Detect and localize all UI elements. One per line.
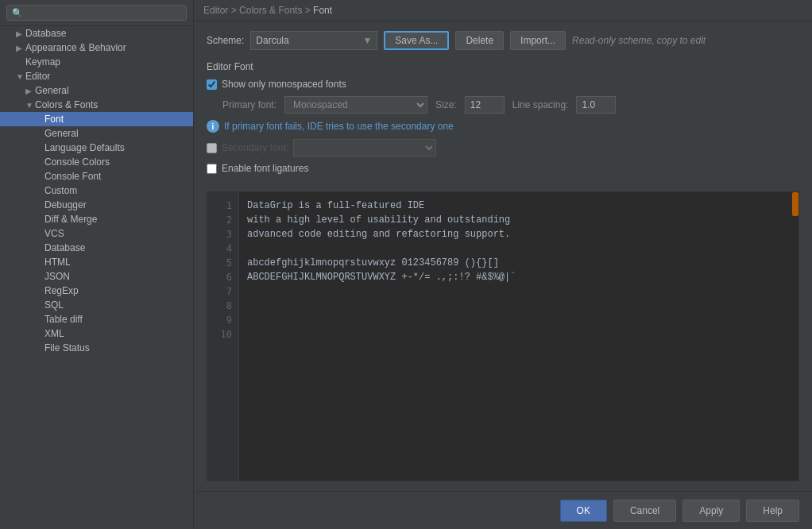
- main-container: 🔍 ▶Database▶Appearance & BehaviorKeymap▼…: [0, 0, 812, 529]
- sidebar-item-font[interactable]: Font: [0, 112, 193, 126]
- sidebar-item-regexp[interactable]: RegExp: [0, 284, 193, 298]
- ok-button[interactable]: OK: [560, 500, 607, 522]
- scheme-value: Darcula: [256, 35, 288, 46]
- breadcrumb-text: Editor > Colors & Fonts > Font: [203, 5, 332, 16]
- resize-handle[interactable]: · · · · ·: [207, 180, 799, 185]
- code-line: with a high level of usability and outst…: [247, 213, 791, 227]
- sidebar-item-language-defaults[interactable]: Language Defaults: [0, 141, 193, 155]
- help-button[interactable]: Help: [746, 500, 799, 522]
- preview-gutter: 12345678910: [207, 192, 239, 481]
- sidebar-item-sql[interactable]: SQL: [0, 298, 193, 312]
- info-icon: i: [207, 120, 219, 133]
- scheme-select[interactable]: Darcula ▼: [250, 31, 377, 50]
- sidebar-item-custom[interactable]: Custom: [0, 183, 193, 198]
- line-number: 10: [221, 327, 232, 342]
- sidebar-item-console-font[interactable]: Console Font: [0, 169, 193, 183]
- preview-scrollbar[interactable]: [792, 192, 798, 216]
- sidebar-item-debugger[interactable]: Debugger: [0, 198, 193, 212]
- enable-ligatures-checkbox[interactable]: [207, 164, 217, 174]
- sidebar-item-colors-fonts[interactable]: ▼Colors & Fonts: [0, 98, 193, 112]
- sidebar-item-console-colors[interactable]: Console Colors: [0, 155, 193, 169]
- sidebar: 🔍 ▶Database▶Appearance & BehaviorKeymap▼…: [0, 0, 194, 529]
- code-line: ABCDEFGHIJKLMNOPQRSTUVWXYZ +-*/= .,;:!? …: [247, 270, 791, 284]
- content-area: Editor > Colors & Fonts > Font Scheme: D…: [194, 0, 812, 529]
- sidebar-item-keymap[interactable]: Keymap: [0, 55, 193, 69]
- sidebar-item-file-status[interactable]: File Status: [0, 341, 193, 355]
- import-button[interactable]: Import...: [510, 31, 566, 50]
- save-as-button[interactable]: Save As...: [384, 31, 449, 50]
- line-spacing-input[interactable]: [576, 96, 616, 114]
- show-monospaced-label: Show only monospaced fonts: [222, 79, 346, 90]
- sidebar-item-label: General: [44, 128, 187, 139]
- sidebar-item-label: Keymap: [25, 56, 187, 68]
- breadcrumb-active: Font: [313, 5, 332, 16]
- enable-ligatures-label: Enable font ligatures: [222, 163, 308, 174]
- code-line: [247, 241, 791, 256]
- sidebar-item-label: Font: [44, 114, 187, 125]
- arrow-icon: ▶: [25, 87, 35, 95]
- search-input[interactable]: [26, 7, 181, 18]
- sidebar-item-label: Console Colors: [44, 156, 187, 168]
- sidebar-item-editor[interactable]: ▼Editor: [0, 69, 193, 83]
- sidebar-item-vcs[interactable]: VCS: [0, 226, 193, 241]
- delete-button[interactable]: Delete: [455, 31, 504, 50]
- sidebar-item-label: Colors & Fonts: [35, 99, 187, 110]
- sidebar-item-appearance[interactable]: ▶Appearance & Behavior: [0, 41, 193, 55]
- bottom-bar: OK Cancel Apply Help: [194, 491, 812, 529]
- sidebar-item-label: XML: [44, 328, 187, 339]
- line-number: 1: [226, 199, 232, 213]
- sidebar-item-label: Appearance & Behavior: [25, 42, 187, 53]
- code-line: DataGrip is a full-featured IDE: [247, 199, 791, 213]
- sidebar-item-json[interactable]: JSON: [0, 269, 193, 284]
- sidebar-item-label: File Status: [44, 342, 187, 353]
- sidebar-item-label: SQL: [44, 299, 187, 311]
- secondary-font-row: Secondary font:: [207, 139, 799, 156]
- sidebar-item-label: JSON: [44, 271, 187, 282]
- sidebar-item-database[interactable]: ▶Database: [0, 26, 193, 41]
- breadcrumb: Editor > Colors & Fonts > Font: [194, 0, 812, 21]
- secondary-font-checkbox[interactable]: [207, 143, 217, 153]
- secondary-font-select[interactable]: [293, 139, 436, 156]
- editor-font-title: Editor Font: [207, 61, 799, 72]
- code-line: [247, 327, 791, 342]
- sidebar-item-label: Language Defaults: [44, 142, 187, 153]
- search-input-wrapper[interactable]: 🔍: [6, 5, 187, 21]
- sidebar-item-diff-merge[interactable]: Diff & Merge: [0, 212, 193, 226]
- sidebar-item-label: Database: [25, 28, 187, 39]
- primary-font-row: Primary font: Monospaced Size: Line spac…: [207, 96, 799, 114]
- show-monospaced-checkbox[interactable]: [207, 79, 217, 90]
- info-row: i If primary font fails, IDE tries to us…: [207, 120, 799, 133]
- code-line: advanced code editing and refactoring su…: [247, 227, 791, 241]
- sidebar-item-label: Debugger: [44, 199, 187, 210]
- code-line: [247, 299, 791, 313]
- apply-button[interactable]: Apply: [682, 500, 740, 522]
- sidebar-item-general2[interactable]: General: [0, 126, 193, 141]
- sidebar-item-table-diff[interactable]: Table diff: [0, 312, 193, 326]
- line-number: 5: [226, 256, 232, 270]
- sidebar-item-html[interactable]: HTML: [0, 255, 193, 269]
- cancel-button[interactable]: Cancel: [613, 500, 676, 522]
- sidebar-item-xml[interactable]: XML: [0, 326, 193, 341]
- preview-area: 12345678910 DataGrip is a full-featured …: [207, 191, 799, 481]
- size-label: Size:: [435, 99, 457, 110]
- line-number: 2: [226, 213, 232, 227]
- primary-font-select[interactable]: Monospaced: [284, 96, 427, 114]
- code-line: abcdefghijklmnopqrstuvwxyz 0123456789 ()…: [247, 256, 791, 270]
- preview-code: DataGrip is a full-featured IDEwith a hi…: [239, 192, 798, 481]
- code-line: [247, 313, 791, 327]
- line-number: 3: [226, 227, 232, 241]
- show-monospaced-row: Show only monospaced fonts: [207, 79, 799, 90]
- arrow-icon: ▼: [25, 101, 35, 110]
- sidebar-item-general[interactable]: ▶General: [0, 83, 193, 98]
- line-number: 4: [226, 241, 232, 256]
- sidebar-tree: ▶Database▶Appearance & BehaviorKeymap▼Ed…: [0, 26, 193, 355]
- enable-ligatures-row: Enable font ligatures: [207, 163, 799, 174]
- arrow-icon: ▶: [16, 29, 25, 38]
- size-input[interactable]: [465, 96, 505, 114]
- search-bar: 🔍: [0, 0, 193, 26]
- arrow-icon: ▶: [16, 44, 25, 52]
- sidebar-item-label: Custom: [44, 185, 187, 196]
- line-number: 7: [226, 284, 232, 299]
- info-text: If primary font fails, IDE tries to use …: [224, 121, 454, 132]
- sidebar-item-database2[interactable]: Database: [0, 241, 193, 255]
